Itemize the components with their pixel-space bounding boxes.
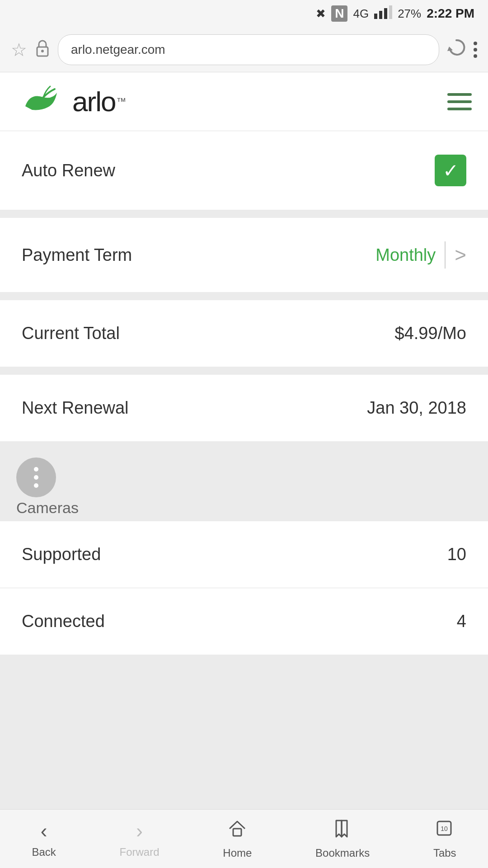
- cameras-section-header: Cameras: [0, 441, 488, 521]
- back-icon: ‹: [41, 820, 47, 842]
- forward-icon: ›: [136, 820, 143, 842]
- browser-bar: ☆ arlo.netgear.com: [0, 27, 488, 72]
- supported-label: Supported: [22, 545, 101, 564]
- star-icon[interactable]: ☆: [11, 39, 27, 60]
- svg-rect-0: [374, 14, 377, 19]
- connected-row: Connected 4: [0, 588, 488, 655]
- current-total-label: Current Total: [22, 324, 120, 343]
- cameras-card: Supported 10 Connected 4: [0, 521, 488, 655]
- chevron-right-icon: >: [455, 244, 466, 266]
- nav-tabs[interactable]: 10 Tabs: [433, 819, 456, 859]
- payment-term-value: Monthly: [375, 245, 436, 265]
- current-total-value: $4.99/Mo: [395, 324, 466, 343]
- app-header: arlo™: [0, 72, 488, 131]
- svg-rect-1: [379, 11, 382, 19]
- nav-bookmarks[interactable]: Bookmarks: [315, 819, 370, 859]
- next-renewal-row: Next Renewal Jan 30, 2018: [0, 375, 488, 441]
- url-bar[interactable]: arlo.netgear.com: [58, 34, 439, 65]
- auto-renew-label: Auto Renew: [22, 161, 115, 180]
- connected-label: Connected: [22, 612, 105, 631]
- status-bar: ✖ N 4G 27% 2:22 PM: [0, 0, 488, 27]
- current-total-card: Current Total $4.99/Mo: [0, 300, 488, 367]
- cameras-label: Cameras: [16, 499, 79, 517]
- cameras-icon-circle: [16, 458, 56, 497]
- payment-term-row[interactable]: Payment Term Monthly >: [0, 218, 488, 292]
- svg-rect-3: [389, 5, 392, 19]
- svg-text:10: 10: [441, 825, 448, 832]
- network-icon: 4G: [353, 7, 369, 21]
- supported-row: Supported 10: [0, 521, 488, 588]
- next-renewal-card: Next Renewal Jan 30, 2018: [0, 375, 488, 441]
- auto-renew-card: Auto Renew ✓: [0, 131, 488, 210]
- home-icon: [227, 819, 247, 843]
- svg-marker-6: [447, 47, 453, 51]
- auto-renew-checkbox[interactable]: ✓: [435, 155, 466, 186]
- nav-home[interactable]: Home: [223, 819, 252, 859]
- connected-value: 4: [457, 612, 466, 631]
- browser-menu-icon[interactable]: [474, 42, 477, 58]
- three-dots-icon: [34, 467, 38, 488]
- payment-term-label: Payment Term: [22, 245, 132, 265]
- main-content: Auto Renew ✓ Payment Term Monthly > Curr…: [0, 131, 488, 823]
- auto-renew-row: Auto Renew ✓: [0, 131, 488, 210]
- tabs-icon: 10: [435, 819, 455, 843]
- status-time: 2:22 PM: [427, 6, 474, 21]
- bookmarks-icon: [333, 819, 352, 843]
- current-total-row: Current Total $4.99/Mo: [0, 300, 488, 367]
- bluetooth-icon: ✖: [316, 7, 326, 21]
- payment-term-card: Payment Term Monthly >: [0, 218, 488, 292]
- arlo-logo: arlo™: [16, 84, 126, 120]
- payment-term-right: Monthly >: [375, 241, 466, 269]
- svg-rect-7: [233, 829, 241, 836]
- checkmark-icon: ✓: [443, 160, 459, 182]
- battery-status: 27%: [398, 7, 421, 21]
- lock-icon: [34, 39, 51, 61]
- nav-forward: › Forward: [120, 820, 160, 859]
- signal-icon: [374, 5, 392, 22]
- divider: [445, 241, 446, 269]
- supported-value: 10: [447, 545, 466, 564]
- refresh-icon[interactable]: [446, 38, 466, 61]
- nfc-icon: N: [331, 5, 347, 22]
- nav-back[interactable]: ‹ Back: [32, 820, 56, 859]
- next-renewal-label: Next Renewal: [22, 398, 129, 418]
- next-renewal-value: Jan 30, 2018: [367, 398, 466, 418]
- svg-rect-2: [384, 8, 387, 19]
- svg-point-5: [41, 50, 44, 52]
- hamburger-menu-icon[interactable]: [447, 93, 472, 110]
- bottom-nav: ‹ Back › Forward Home Bookmarks 10: [0, 809, 488, 868]
